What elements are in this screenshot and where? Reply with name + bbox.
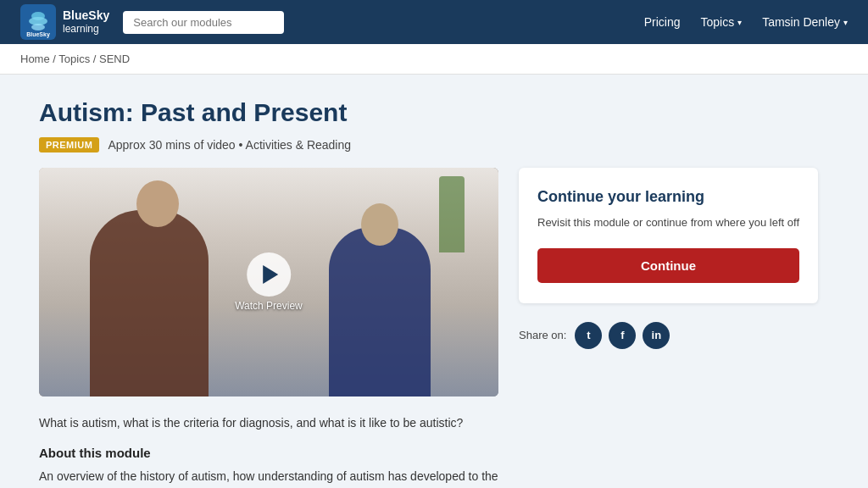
breadcrumb-send: SEND	[99, 53, 130, 65]
play-triangle-icon	[263, 265, 278, 284]
card-title: Continue your learning	[537, 188, 799, 206]
person-right	[329, 227, 431, 396]
share-icons: t f in	[575, 322, 670, 349]
play-button-wrap[interactable]: Watch Preview	[235, 252, 303, 312]
logo-icon: BlueSky	[20, 4, 56, 40]
about-text: An overview of the history of autism, ho…	[39, 467, 829, 485]
navbar-left: BlueSky BlueSky learning	[20, 4, 284, 40]
logo[interactable]: BlueSky BlueSky learning	[20, 4, 109, 40]
topics-chevron-icon: ▾	[737, 18, 742, 27]
card-desc: Revisit this module or continue from whe…	[537, 214, 799, 231]
user-chevron-icon: ▾	[843, 18, 848, 27]
head-left	[136, 180, 179, 227]
continue-card: Continue your learning Revisit this modu…	[519, 168, 818, 303]
svg-point-3	[31, 24, 45, 30]
breadcrumb: Home / Topics / SEND	[0, 44, 868, 75]
search-input[interactable]	[123, 11, 284, 34]
navbar: BlueSky BlueSky learning Pricing Topics …	[0, 0, 868, 44]
person-left	[90, 210, 209, 396]
linkedin-share-button[interactable]: in	[643, 322, 670, 349]
topics-dropdown[interactable]: Topics ▾	[700, 15, 742, 29]
head-right	[361, 203, 398, 246]
page-title: Autism: Past and Present	[39, 98, 829, 127]
logo-text: BlueSky learning	[63, 8, 109, 35]
breadcrumb-topics[interactable]: Topics	[58, 53, 90, 65]
breadcrumb-home[interactable]: Home	[20, 53, 50, 65]
about-heading: About this module	[39, 446, 829, 460]
user-menu[interactable]: Tamsin Denley ▾	[762, 15, 848, 29]
plant-decoration	[439, 176, 465, 252]
navbar-right: Pricing Topics ▾ Tamsin Denley ▾	[644, 15, 848, 29]
play-button[interactable]	[247, 252, 291, 297]
sidebar-panel: Continue your learning Revisit this modu…	[519, 168, 818, 349]
pricing-link[interactable]: Pricing	[644, 15, 681, 29]
facebook-share-button[interactable]: f	[609, 322, 636, 349]
share-label: Share on:	[519, 329, 566, 341]
meta-row: PREMIUM Approx 30 mins of video • Activi…	[39, 137, 829, 152]
watch-preview-label: Watch Preview	[235, 300, 303, 312]
two-col-layout: Watch Preview Continue your learning Rev…	[39, 168, 829, 396]
video-inner: Watch Preview	[39, 168, 498, 396]
below-content: What is autism, what is the criteria for…	[39, 413, 829, 486]
continue-button[interactable]: Continue	[537, 248, 799, 283]
intro-text: What is autism, what is the criteria for…	[39, 413, 829, 432]
main-content: Autism: Past and Present PREMIUM Approx …	[19, 75, 849, 488]
video-thumbnail[interactable]: Watch Preview	[39, 168, 498, 396]
svg-text:BlueSky: BlueSky	[26, 31, 50, 38]
twitter-share-button[interactable]: t	[575, 322, 602, 349]
share-row: Share on: t f in	[519, 322, 818, 349]
premium-badge: PREMIUM	[39, 137, 99, 152]
meta-text: Approx 30 mins of video • Activities & R…	[108, 138, 351, 152]
